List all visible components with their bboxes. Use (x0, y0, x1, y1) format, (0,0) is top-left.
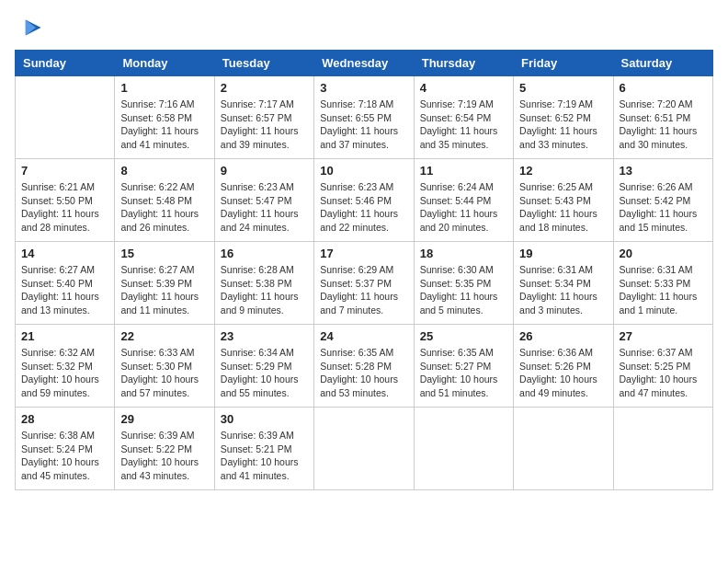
week-row-5: 28Sunrise: 6:38 AM Sunset: 5:24 PM Dayli… (16, 408, 713, 490)
calendar-cell: 30Sunrise: 6:39 AM Sunset: 5:21 PM Dayli… (214, 408, 313, 490)
calendar-cell: 28Sunrise: 6:38 AM Sunset: 5:24 PM Dayli… (16, 408, 115, 490)
day-number: 26 (519, 329, 607, 343)
col-header-tuesday: Tuesday (214, 51, 313, 76)
day-number: 19 (519, 247, 607, 260)
day-info: Sunrise: 6:22 AM Sunset: 5:48 PM Dayligh… (120, 180, 208, 235)
page-header (15, 15, 713, 40)
calendar-cell (613, 408, 712, 490)
calendar-cell: 12Sunrise: 6:25 AM Sunset: 5:43 PM Dayli… (514, 159, 613, 242)
logo (15, 15, 42, 40)
day-info: Sunrise: 6:39 AM Sunset: 5:21 PM Dayligh… (221, 429, 308, 483)
calendar-cell (314, 408, 414, 490)
day-info: Sunrise: 6:32 AM Sunset: 5:32 PM Dayligh… (21, 346, 108, 400)
calendar-cell: 4Sunrise: 7:19 AM Sunset: 6:54 PM Daylig… (414, 76, 513, 159)
calendar-cell: 2Sunrise: 7:17 AM Sunset: 6:57 PM Daylig… (214, 76, 313, 159)
calendar-cell: 21Sunrise: 6:32 AM Sunset: 5:32 PM Dayli… (16, 325, 115, 408)
calendar-cell: 8Sunrise: 6:22 AM Sunset: 5:48 PM Daylig… (115, 159, 214, 242)
col-header-friday: Friday (514, 51, 613, 76)
col-header-saturday: Saturday (613, 51, 712, 76)
col-header-thursday: Thursday (414, 51, 513, 76)
day-number: 25 (420, 329, 507, 343)
calendar-cell: 27Sunrise: 6:37 AM Sunset: 5:25 PM Dayli… (613, 325, 712, 408)
day-info: Sunrise: 6:26 AM Sunset: 5:42 PM Dayligh… (620, 180, 707, 235)
day-info: Sunrise: 7:20 AM Sunset: 6:51 PM Dayligh… (620, 98, 707, 152)
calendar-cell: 14Sunrise: 6:27 AM Sunset: 5:40 PM Dayli… (16, 242, 115, 325)
calendar-cell: 19Sunrise: 6:31 AM Sunset: 5:34 PM Dayli… (514, 242, 613, 325)
calendar-cell: 23Sunrise: 6:34 AM Sunset: 5:29 PM Dayli… (214, 325, 313, 408)
day-number: 11 (420, 164, 507, 178)
day-info: Sunrise: 6:34 AM Sunset: 5:29 PM Dayligh… (221, 346, 308, 400)
col-header-monday: Monday (115, 51, 214, 76)
calendar-cell: 9Sunrise: 6:23 AM Sunset: 5:47 PM Daylig… (214, 159, 313, 242)
day-info: Sunrise: 6:27 AM Sunset: 5:40 PM Dayligh… (21, 263, 108, 317)
day-info: Sunrise: 7:19 AM Sunset: 6:54 PM Dayligh… (420, 98, 507, 152)
day-number: 22 (120, 329, 208, 343)
day-number: 15 (120, 247, 208, 260)
day-number: 6 (620, 81, 707, 95)
day-number: 1 (120, 81, 208, 95)
day-number: 24 (320, 329, 407, 343)
week-row-1: 1Sunrise: 7:16 AM Sunset: 6:58 PM Daylig… (16, 76, 713, 159)
calendar-cell: 17Sunrise: 6:29 AM Sunset: 5:37 PM Dayli… (314, 242, 414, 325)
day-info: Sunrise: 6:35 AM Sunset: 5:27 PM Dayligh… (420, 346, 507, 400)
svg-marker-1 (26, 20, 36, 36)
calendar-cell: 22Sunrise: 6:33 AM Sunset: 5:30 PM Dayli… (115, 325, 214, 408)
calendar-cell (16, 76, 115, 159)
calendar-header-row: SundayMondayTuesdayWednesdayThursdayFrid… (16, 51, 713, 76)
day-number: 9 (221, 164, 308, 178)
day-info: Sunrise: 6:23 AM Sunset: 5:46 PM Dayligh… (320, 180, 407, 235)
day-info: Sunrise: 7:16 AM Sunset: 6:58 PM Dayligh… (120, 98, 208, 152)
week-row-4: 21Sunrise: 6:32 AM Sunset: 5:32 PM Dayli… (16, 325, 713, 408)
day-number: 21 (21, 329, 108, 343)
day-info: Sunrise: 6:31 AM Sunset: 5:34 PM Dayligh… (519, 263, 607, 317)
col-header-sunday: Sunday (16, 51, 115, 76)
day-info: Sunrise: 7:19 AM Sunset: 6:52 PM Dayligh… (519, 98, 607, 152)
day-info: Sunrise: 6:21 AM Sunset: 5:50 PM Dayligh… (21, 180, 108, 235)
calendar-cell (514, 408, 613, 490)
calendar-cell: 1Sunrise: 7:16 AM Sunset: 6:58 PM Daylig… (115, 76, 214, 159)
day-number: 27 (620, 329, 707, 343)
day-number: 23 (221, 329, 308, 343)
day-number: 20 (620, 247, 707, 260)
day-number: 13 (620, 164, 707, 178)
day-number: 4 (420, 81, 507, 95)
week-row-3: 14Sunrise: 6:27 AM Sunset: 5:40 PM Dayli… (16, 242, 713, 325)
day-number: 14 (21, 247, 108, 260)
day-info: Sunrise: 6:23 AM Sunset: 5:47 PM Dayligh… (221, 180, 308, 235)
day-info: Sunrise: 6:24 AM Sunset: 5:44 PM Dayligh… (420, 180, 507, 235)
day-number: 5 (519, 81, 607, 95)
day-number: 8 (120, 164, 208, 178)
day-info: Sunrise: 6:27 AM Sunset: 5:39 PM Dayligh… (120, 263, 208, 317)
day-info: Sunrise: 6:25 AM Sunset: 5:43 PM Dayligh… (519, 180, 607, 235)
calendar-cell (414, 408, 513, 490)
day-number: 17 (320, 247, 407, 260)
day-number: 30 (221, 412, 308, 426)
col-header-wednesday: Wednesday (314, 51, 414, 76)
day-info: Sunrise: 6:37 AM Sunset: 5:25 PM Dayligh… (620, 346, 707, 400)
day-info: Sunrise: 6:36 AM Sunset: 5:26 PM Dayligh… (519, 346, 607, 400)
calendar-cell: 11Sunrise: 6:24 AM Sunset: 5:44 PM Dayli… (414, 159, 513, 242)
day-number: 7 (21, 164, 108, 178)
calendar-cell: 3Sunrise: 7:18 AM Sunset: 6:55 PM Daylig… (314, 76, 414, 159)
calendar-cell: 26Sunrise: 6:36 AM Sunset: 5:26 PM Dayli… (514, 325, 613, 408)
day-info: Sunrise: 6:31 AM Sunset: 5:33 PM Dayligh… (620, 263, 707, 317)
day-info: Sunrise: 6:38 AM Sunset: 5:24 PM Dayligh… (21, 429, 108, 483)
calendar-cell: 25Sunrise: 6:35 AM Sunset: 5:27 PM Dayli… (414, 325, 513, 408)
calendar-cell: 10Sunrise: 6:23 AM Sunset: 5:46 PM Dayli… (314, 159, 414, 242)
day-info: Sunrise: 6:30 AM Sunset: 5:35 PM Dayligh… (420, 263, 507, 317)
day-number: 10 (320, 164, 407, 178)
calendar-cell: 20Sunrise: 6:31 AM Sunset: 5:33 PM Dayli… (613, 242, 712, 325)
calendar-table: SundayMondayTuesdayWednesdayThursdayFrid… (15, 50, 713, 490)
calendar-cell: 15Sunrise: 6:27 AM Sunset: 5:39 PM Dayli… (115, 242, 214, 325)
day-info: Sunrise: 6:39 AM Sunset: 5:22 PM Dayligh… (120, 429, 208, 483)
calendar-cell: 5Sunrise: 7:19 AM Sunset: 6:52 PM Daylig… (514, 76, 613, 159)
calendar-cell: 13Sunrise: 6:26 AM Sunset: 5:42 PM Dayli… (613, 159, 712, 242)
day-number: 16 (221, 247, 308, 260)
calendar-cell: 24Sunrise: 6:35 AM Sunset: 5:28 PM Dayli… (314, 325, 414, 408)
day-number: 3 (320, 81, 407, 95)
day-info: Sunrise: 6:35 AM Sunset: 5:28 PM Dayligh… (320, 346, 407, 400)
day-number: 28 (21, 412, 108, 426)
day-info: Sunrise: 6:29 AM Sunset: 5:37 PM Dayligh… (320, 263, 407, 317)
calendar-cell: 6Sunrise: 7:20 AM Sunset: 6:51 PM Daylig… (613, 76, 712, 159)
day-number: 12 (519, 164, 607, 178)
